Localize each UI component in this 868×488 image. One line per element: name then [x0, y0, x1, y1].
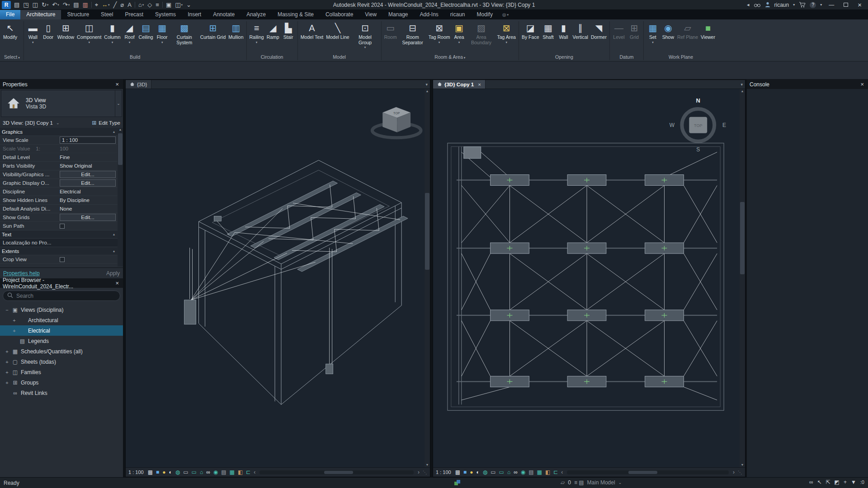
tab-list-dropdown-icon[interactable]: ▾ [738, 80, 745, 89]
select-pinned-toggle-icon[interactable]: ⇱ [826, 479, 830, 485]
text-icon[interactable]: A [126, 0, 133, 10]
ribbon-button-model-text[interactable]: AModel Text [299, 20, 325, 40]
visual-style-icon[interactable]: ■ [463, 469, 467, 475]
expand-icon[interactable]: + [5, 370, 9, 375]
group-label-work-plane[interactable]: Work Plane [645, 54, 717, 61]
design-option-dropdown-icon[interactable]: ⌄ [618, 481, 622, 485]
ribbon-button-railing[interactable]: ≡Railing▾ [248, 20, 265, 44]
browser-item-legends[interactable]: ▤Legends [0, 336, 123, 346]
compass[interactable]: TOPNWES [670, 97, 726, 153]
group-label-datum[interactable]: Datum [611, 54, 642, 61]
ribbon-button-component[interactable]: ◫Component▾ [75, 20, 103, 44]
edit-button[interactable]: Edit... [60, 214, 116, 221]
group-label-circulation[interactable]: Circulation [248, 54, 296, 61]
ribbon-button-door[interactable]: ▯Door [41, 20, 56, 40]
properties-section-graphics[interactable]: Graphics▴ [0, 128, 118, 136]
crop-view-icon[interactable]: ▭ [183, 469, 188, 475]
ribbon-button-area[interactable]: ▣Area▾ [452, 20, 467, 44]
temporary-hide-isolate-icon[interactable]: ∞ [514, 469, 518, 475]
property-input[interactable]: 1 : 100 [60, 136, 116, 144]
undo-icon[interactable]: ↶▾ [50, 0, 61, 10]
tab-list-dropdown-icon[interactable]: ▾ [423, 80, 430, 89]
print-preview-icon[interactable]: ▥ [80, 0, 90, 10]
search-icon[interactable] [754, 2, 761, 8]
property-value[interactable]: Electrical [60, 189, 81, 194]
locked-3d-view-icon[interactable]: ⌂ [200, 469, 203, 475]
ribbon-button-ramp[interactable]: ◢Ramp [265, 20, 281, 40]
measure-icon[interactable]: ⌖ [93, 0, 100, 10]
user-dropdown-icon[interactable]: ▾ [793, 3, 795, 7]
properties-section-extents[interactable]: Extents▴ [0, 247, 118, 255]
help-icon[interactable]: ? [810, 2, 816, 8]
ribbon-button-wall[interactable]: ▬Wall▾ [25, 20, 41, 44]
search-input[interactable] [16, 293, 93, 299]
ribbon-button-set[interactable]: ▦Set▾ [645, 20, 660, 44]
locked-3d-view-icon[interactable]: ⌂ [507, 469, 510, 475]
ribbon-tab-annotate[interactable]: Annotate [207, 10, 241, 19]
ribbon-button-shaft[interactable]: ▦Shaft [540, 20, 556, 40]
project-browser-header[interactable]: Project Browser - WireInConduit_2024_Ele… [0, 278, 123, 288]
ribbon-button-column[interactable]: ▮Column▾ [103, 20, 122, 44]
help-dropdown-icon[interactable]: ▾ [820, 3, 822, 7]
worksharing-display-icon[interactable]: ▤ [528, 469, 533, 475]
vertical-scrollbar[interactable]: ▲ ▼ [740, 89, 745, 467]
close-icon[interactable]: × [114, 280, 120, 286]
reveal-constraints-icon[interactable]: ⊏ [553, 469, 558, 475]
group-label-select[interactable]: Select▾ [2, 54, 22, 61]
ribbon-button-window[interactable]: ⊞Window [56, 20, 75, 40]
shadows-icon[interactable]: ◐ [476, 469, 479, 475]
chevron-down-icon[interactable]: ⌄ [56, 121, 60, 125]
edit-button[interactable]: Edit... [60, 171, 116, 178]
select-links-toggle-icon[interactable]: ∞ [809, 479, 813, 485]
shadows-icon[interactable]: ◐ [169, 469, 172, 475]
horizontal-scrollbar[interactable] [259, 470, 414, 474]
rendering-dialog-icon[interactable]: ◍ [483, 469, 487, 475]
ribbon-button-model-line[interactable]: ╲Model Line [325, 20, 350, 40]
collapse-arrow-icon[interactable]: ◂ [747, 2, 750, 8]
view-scale-button[interactable]: 1 : 100 [128, 469, 145, 475]
aligned-dimension-icon[interactable]: ↔▾ [100, 0, 112, 10]
ribbon-button-by-face[interactable]: ◪By Face [520, 20, 541, 40]
active-design-option[interactable]: Main Model [587, 479, 615, 486]
reveal-constraints-icon[interactable]: ⊏ [246, 469, 250, 475]
drag-on-selection-icon[interactable]: + [844, 479, 847, 485]
drawing-area-plan[interactable]: TOPNWES [433, 89, 740, 467]
ribbon-button-model-group[interactable]: ⊡Model Group▾ [351, 20, 380, 49]
rendering-dialog-icon[interactable]: ◍ [175, 469, 180, 475]
detail-level-icon[interactable]: ▩ [455, 469, 460, 475]
restore-button[interactable] [844, 3, 848, 7]
file-menu-icon[interactable]: ▤ [12, 0, 21, 10]
browser-item-architectural[interactable]: +Architectural [0, 315, 123, 325]
scroll-left-icon[interactable]: ‹ [254, 469, 255, 475]
show-crop-region-icon[interactable]: ▭ [499, 469, 504, 475]
ribbon-button-vertical[interactable]: ∥Vertical [571, 20, 589, 40]
customize-quick-access-icon[interactable]: ⌄ [184, 0, 193, 10]
group-label-model[interactable]: Model [299, 54, 380, 61]
property-value[interactable]: Show Original [60, 163, 92, 169]
browser-item-sheets-todas[interactable]: +▢Sheets (todas) [0, 357, 123, 367]
ribbon-button-viewer[interactable]: ■Viewer [699, 20, 717, 40]
close-button[interactable]: × [855, 1, 864, 9]
ribbon-button-show[interactable]: ◉Show [660, 20, 676, 40]
worksets-icon[interactable] [454, 479, 461, 488]
collapse-icon[interactable]: − [5, 307, 9, 313]
horizontal-scrollbar[interactable] [567, 470, 729, 474]
ribbon-tab-steel[interactable]: Steel [95, 10, 119, 19]
select-underlay-toggle-icon[interactable]: ↖ [817, 479, 821, 485]
ribbon-button-dormer[interactable]: ◥Dormer [590, 20, 608, 40]
group-label-build[interactable]: Build [25, 54, 245, 61]
ribbon-button-curtain-grid[interactable]: ⊞Curtain Grid [199, 20, 227, 40]
tab-overflow-button[interactable]: ◎ ▾ [499, 10, 512, 19]
ribbon-tab-add-ins[interactable]: Add-Ins [414, 10, 444, 19]
revit-logo[interactable]: R [2, 1, 11, 9]
detail-level-icon[interactable]: ▩ [148, 469, 153, 475]
browser-item-revit-links[interactable]: ∞Revit Links [0, 388, 123, 398]
close-icon[interactable]: × [114, 81, 120, 87]
ribbon-button-stair[interactable]: ▙Stair [281, 20, 296, 40]
browser-item-groups[interactable]: +⊞Groups [0, 377, 123, 388]
properties-header[interactable]: Properties × [0, 80, 123, 89]
ribbon-tab-massing-site[interactable]: Massing & Site [272, 10, 320, 19]
browser-search-box[interactable] [3, 291, 120, 301]
ribbon-tab-view[interactable]: View [359, 10, 382, 19]
ribbon-tab-architecture[interactable]: Architecture [20, 10, 61, 19]
